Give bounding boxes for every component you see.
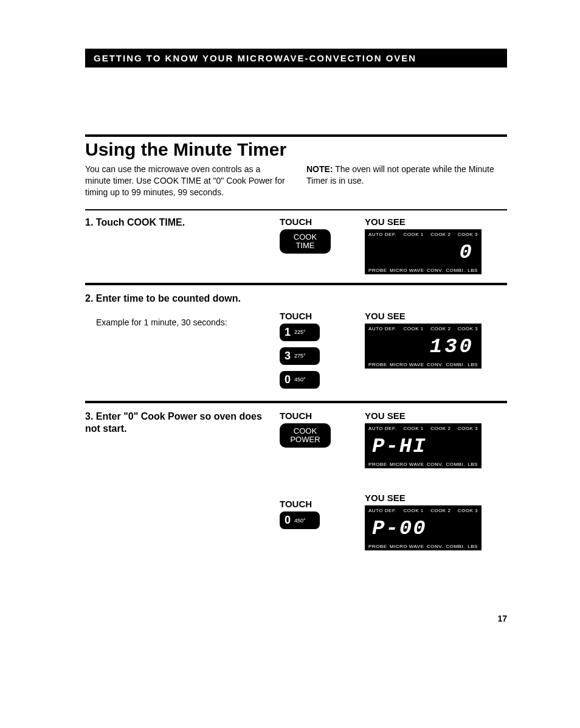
touch-label: TOUCH [280,217,353,227]
display-panel: AUTO DEF.COOK 1COOK 2COOK 3 0 PROBEMICRO… [365,229,482,274]
step-1: 1. Touch COOK TIME. TOUCH COOKTIME YOU S… [85,217,507,274]
display-panel: AUTO DEF.COOK 1COOK 2COOK 3 P-HI PROBEMI… [365,423,482,468]
intro-right: NOTE: The oven will not operate while th… [306,164,507,198]
header-bar: GETTING TO KNOW YOUR MICROWAVE-CONVECTIO… [85,49,507,68]
cook-power-key: COOKPOWER [280,423,331,448]
intro-paragraph: You can use the microwave oven controls … [85,164,507,198]
section-title: Using the Minute Timer [85,139,507,160]
num-key-1: 1225° [280,324,320,341]
cook-time-key: COOKTIME [280,229,331,254]
display-panel: AUTO DEF.COOK 1COOK 2COOK 3 130 PROBEMIC… [365,324,482,369]
yousee-label: YOU SEE [365,217,507,227]
num-key-0: 0450° [280,511,320,529]
step-2: 2. Enter time to be counted down. Exampl… [85,293,507,392]
step-3: 3. Enter "0" Cook Power so oven does not… [85,411,507,559]
page-number: 17 [85,614,507,623]
intro-left: You can use the microwave oven controls … [85,164,286,198]
num-key-0: 0450° [280,371,320,389]
display-panel: AUTO DEF.COOK 1COOK 2COOK 3 P-00 PROBEMI… [365,505,482,550]
num-key-3: 3275° [280,347,320,365]
step-2-example: Example for 1 minute, 30 seconds: [96,317,268,328]
